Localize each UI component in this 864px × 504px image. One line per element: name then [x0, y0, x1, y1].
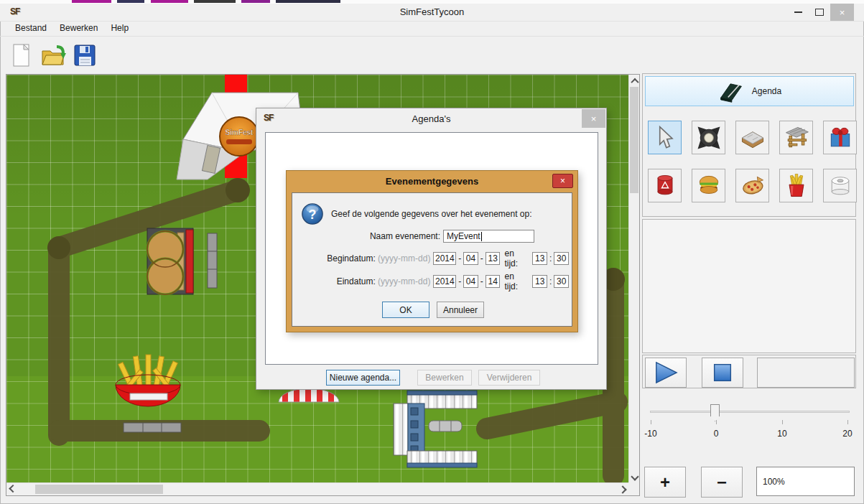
svg-text:?: ?: [309, 207, 317, 222]
tool-stage-frame-button[interactable]: [779, 121, 813, 154]
event-name-value: MyEvent: [447, 231, 480, 241]
delete-agenda-button[interactable]: Verwijderen: [478, 370, 540, 386]
close-button[interactable]: ×: [830, 4, 854, 21]
end-month-input[interactable]: 04: [463, 275, 478, 288]
play-button[interactable]: [645, 358, 687, 388]
stop-button[interactable]: [702, 358, 743, 388]
zoom-level-field[interactable]: 100%: [756, 467, 855, 496]
titlebar[interactable]: SF SimFestTycoon ×: [0, 4, 864, 22]
open-file-button[interactable]: [40, 41, 66, 70]
event-name-input[interactable]: MyEvent: [443, 230, 534, 243]
stop-icon: [710, 360, 735, 385]
save-floppy-icon: [73, 44, 96, 67]
end-hour-input[interactable]: 13: [532, 275, 547, 288]
end-minute-input[interactable]: 30: [554, 275, 569, 288]
date-separator: -: [456, 253, 463, 263]
chevron-right-icon: [618, 485, 626, 493]
event-dialog-prompt: Geef de volgende gegevens over het evene…: [331, 209, 532, 219]
stage-frame-icon: [782, 123, 811, 152]
chevron-left-icon: [9, 484, 17, 492]
pizza-icon: [738, 172, 767, 200]
hamburger-icon: [695, 172, 723, 200]
begin-month-input[interactable]: 04: [463, 252, 478, 265]
new-file-button[interactable]: [9, 41, 34, 70]
event-dialog-title: Evenementgegevens: [287, 176, 577, 187]
text-caret: [481, 232, 482, 241]
date-format-hint: (yyyy-mm-dd): [378, 253, 430, 263]
cursor-icon: [651, 123, 679, 152]
cancel-button[interactable]: Annuleer: [437, 302, 484, 318]
ok-button[interactable]: OK: [382, 302, 429, 318]
date-separator: -: [478, 276, 486, 286]
spotlight-icon: [695, 123, 723, 152]
tool-fries-button[interactable]: [779, 169, 813, 202]
event-dialog-content: ? Geef de volgende gegevens over het eve…: [292, 192, 572, 327]
begin-day-input[interactable]: 13: [486, 252, 501, 265]
scroll-left-button[interactable]: [7, 484, 18, 495]
tool-cursor-button[interactable]: [648, 121, 682, 154]
save-file-button[interactable]: [72, 41, 98, 70]
bench-horizontal: [124, 423, 181, 432]
transport-panel: [642, 355, 856, 388]
close-icon: ×: [560, 176, 565, 186]
agendas-dialog-titlebar[interactable]: SF Agenda's ×: [256, 108, 606, 130]
time-label: en tijd:: [500, 248, 532, 269]
tool-stage-platform-button[interactable]: [735, 121, 769, 154]
agenda-book-icon: [717, 79, 745, 103]
agendas-dialog-title: Agenda's: [256, 113, 606, 124]
tool-hamburger-button[interactable]: [692, 169, 725, 202]
zoom-in-button[interactable]: +: [644, 467, 686, 498]
zoom-level-value: 100%: [763, 477, 785, 487]
edit-agenda-button[interactable]: Bewerken: [417, 370, 472, 386]
agendas-dialog-close-button[interactable]: ×: [582, 109, 605, 128]
tool-pizza-button[interactable]: [735, 169, 769, 202]
tool-spotlight-button[interactable]: [692, 121, 725, 154]
menu-bestand[interactable]: Bestand: [9, 22, 53, 35]
zoom-out-button[interactable]: −: [701, 467, 743, 498]
begin-label: Begindatum:: [327, 253, 375, 263]
end-date-row: Eindatum: (yyyy-mm-dd) 2014 - 04 - 14 en…: [298, 274, 569, 289]
slider-handle[interactable]: [710, 404, 720, 421]
slider-label: 20: [842, 429, 852, 439]
name-row: Naam evenement: MyEvent: [298, 229, 569, 243]
maximize-button[interactable]: [809, 4, 830, 21]
date-separator: -: [478, 253, 486, 263]
tool-toilet-roll-button[interactable]: [823, 169, 857, 202]
tool-trash-can-button[interactable]: [648, 169, 682, 202]
vertical-scroll-thumb[interactable]: [630, 87, 638, 193]
maximize-icon: [815, 9, 824, 16]
slider-track[interactable]: [650, 411, 850, 413]
time-separator: :: [547, 276, 554, 286]
menu-help[interactable]: Help: [104, 22, 135, 35]
end-day-input[interactable]: 14: [486, 275, 501, 288]
event-details-dialog: Evenementgegevens × ? Geef de volgende g…: [286, 170, 578, 332]
minimize-icon: [794, 11, 802, 13]
scroll-right-button[interactable]: [617, 484, 628, 495]
begin-hour-input[interactable]: 13: [532, 252, 547, 265]
event-dialog-close-button[interactable]: ×: [552, 174, 573, 188]
end-year-input[interactable]: 2014: [433, 275, 456, 288]
scroll-down-button[interactable]: [629, 471, 640, 482]
tent-logo-text: SimFest: [226, 129, 254, 136]
begin-minute-input[interactable]: 30: [554, 252, 569, 265]
new-document-icon: [12, 43, 31, 67]
event-dialog-titlebar[interactable]: Evenementgegevens ×: [287, 171, 577, 192]
transport-status-box: [757, 358, 855, 388]
slider-tick: [782, 420, 783, 424]
vertical-scrollbar[interactable]: [628, 75, 639, 482]
horizontal-scrollbar[interactable]: [6, 482, 628, 495]
slider-tick: [847, 420, 848, 424]
begin-year-input[interactable]: 2014: [433, 252, 456, 265]
toilet-roll-icon: [826, 172, 855, 200]
new-agenda-button[interactable]: Nieuwe agenda...: [326, 370, 400, 386]
app-window: SF SimFestTycoon × Bestand Bewerken Help: [0, 0, 864, 504]
tool-gift-button[interactable]: [823, 121, 857, 154]
minimize-button[interactable]: [787, 4, 809, 21]
agenda-button[interactable]: Agenda: [645, 76, 854, 106]
tools-panel: Agenda: [642, 73, 856, 217]
open-folder-icon: [40, 43, 66, 67]
scroll-up-button[interactable]: [629, 75, 640, 86]
horizontal-scroll-thumb[interactable]: [35, 485, 163, 494]
menu-bewerken[interactable]: Bewerken: [53, 22, 104, 35]
time-label: en tijd:: [500, 271, 532, 291]
